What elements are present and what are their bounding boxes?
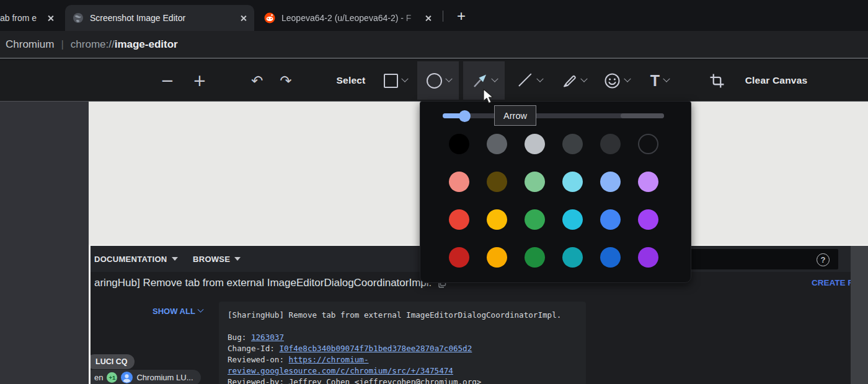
color-swatch[interactable] (562, 172, 583, 192)
chevron-down-icon[interactable] (491, 76, 498, 82)
documentation-label: DOCUMENTATION (94, 255, 167, 264)
thickness-slider-segment (621, 113, 664, 118)
address-bar[interactable]: Chromium | chrome:// image-editor (0, 31, 868, 59)
circle-icon (427, 73, 442, 89)
commit-reviewedby-line: Reviewed-by: Jeffrey Cohen <jeffreycohen… (228, 377, 577, 384)
reviewedon-label: Reviewed-on: (228, 355, 284, 364)
color-swatch[interactable] (600, 172, 621, 192)
line-tool-button[interactable] (513, 60, 546, 101)
color-swatch[interactable] (638, 134, 658, 154)
chevron-down-icon[interactable] (536, 76, 543, 82)
tab-strip: ab from e Screenshot Image Editor Leopev… (0, 0, 868, 31)
chevron-down-icon[interactable] (580, 76, 587, 82)
chevron-down-icon[interactable] (401, 76, 408, 82)
tab-close-icon[interactable] (240, 15, 247, 22)
color-swatch[interactable] (449, 247, 469, 268)
mouse-cursor (483, 89, 495, 105)
url-scheme: chrome:// (71, 38, 115, 51)
browser-window: ab from e Screenshot Image Editor Leopev… (0, 0, 868, 384)
undo-button[interactable]: ↶ (245, 60, 270, 101)
clear-canvas-button[interactable]: Clear Canvas (739, 60, 813, 101)
redo-button[interactable]: ↷ (273, 60, 298, 101)
globe-icon (73, 12, 84, 24)
arrow-options-popup: Arrow (420, 101, 691, 283)
color-swatch[interactable] (600, 247, 621, 268)
changeid-label: Change-Id: (228, 344, 275, 353)
color-swatch[interactable] (562, 134, 583, 154)
text-tool-icon: T (650, 72, 660, 90)
select-tool-button[interactable]: Select (334, 60, 368, 101)
color-swatch[interactable] (525, 134, 545, 154)
tab-reddit[interactable]: Leopeva64-2 (u/Leopeva64-2) - F (258, 9, 438, 27)
reviewer-name-fragment: en (94, 373, 103, 382)
caret-down-icon (234, 257, 241, 261)
vote-badge: +1 (107, 372, 117, 383)
new-tab-button[interactable]: + (453, 7, 470, 25)
color-swatch[interactable] (600, 209, 621, 230)
arrow-icon (471, 72, 488, 89)
ellipse-tool-button[interactable] (423, 60, 455, 101)
chevron-down-icon (197, 307, 203, 313)
rectangle-tool-button[interactable] (379, 60, 412, 101)
thickness-slider-thumb[interactable] (459, 110, 471, 122)
pen-icon (561, 72, 577, 89)
color-swatch[interactable] (449, 134, 469, 154)
reddit-icon (264, 12, 275, 24)
color-swatch[interactable] (600, 134, 621, 154)
bug-label: Bug: (228, 333, 246, 342)
commit-changeid-line: Change-Id: I0f4e8cb340b09074f7b1bed378ee… (228, 343, 577, 354)
color-swatch[interactable] (525, 172, 545, 192)
chevron-down-icon[interactable] (663, 76, 670, 82)
bot-chip-label: Chromium LU... (136, 373, 193, 382)
color-swatch[interactable] (449, 172, 469, 192)
chevron-down-icon[interactable] (624, 76, 631, 82)
color-swatch[interactable] (638, 172, 658, 192)
bug-link: 1263037 (251, 333, 284, 342)
color-swatch[interactable] (638, 247, 658, 268)
commit-reviewedon-line: Reviewed-on: https://chromium- (228, 354, 577, 365)
tab-screenshot-image-editor[interactable]: Screenshot Image Editor (65, 5, 254, 31)
luci-cq-chip: LUCI CQ (89, 354, 135, 369)
luci-cq-label: LUCI CQ (95, 357, 127, 366)
reviewer-chip: en +1 Chromium LU... (89, 370, 201, 384)
tab-close-icon[interactable] (47, 15, 54, 22)
color-swatch[interactable] (487, 172, 507, 192)
help-icon: ? (817, 253, 830, 266)
url-path: image-editor (115, 38, 178, 51)
address-divider: | (61, 38, 63, 51)
tooltip-label: Arrow (503, 111, 527, 121)
color-swatch[interactable] (525, 209, 545, 230)
avatar-icon (121, 372, 133, 383)
color-swatch[interactable] (562, 247, 583, 268)
color-swatch[interactable] (525, 247, 545, 268)
tab-separator (443, 11, 443, 22)
pen-tool-button[interactable] (557, 60, 590, 101)
show-all-label: SHOW ALL (153, 307, 195, 316)
create-link: CREATE F (812, 278, 853, 287)
clear-canvas-label: Clear Canvas (745, 75, 808, 86)
browse-menu: BROWSE (193, 246, 241, 272)
smiley-icon (604, 72, 621, 89)
color-swatch[interactable] (638, 209, 658, 230)
emoji-tool-button[interactable] (600, 60, 634, 101)
text-tool-button[interactable]: T (644, 60, 676, 101)
color-swatch[interactable] (487, 247, 507, 268)
zoom-out-button[interactable]: − (155, 60, 180, 101)
color-swatch[interactable] (562, 209, 583, 230)
color-swatch[interactable] (487, 209, 507, 230)
tab-title: ab from e (0, 13, 38, 23)
tab-close-icon[interactable] (425, 15, 432, 22)
select-label: Select (337, 75, 366, 86)
color-swatch[interactable] (449, 209, 469, 230)
crop-tool-button[interactable] (706, 60, 728, 101)
color-swatch[interactable] (487, 134, 507, 154)
rectangle-icon (384, 74, 398, 88)
crop-icon (709, 73, 725, 89)
chevron-down-icon[interactable] (445, 76, 452, 82)
editor-toolbar: − + ↶ ↷ Select (0, 60, 868, 102)
line-icon (517, 72, 533, 89)
minus-icon: − (161, 72, 174, 89)
zoom-in-button[interactable]: + (187, 60, 212, 101)
arrow-tooltip: Arrow (494, 105, 536, 126)
tab-partial[interactable]: ab from e (0, 9, 60, 27)
